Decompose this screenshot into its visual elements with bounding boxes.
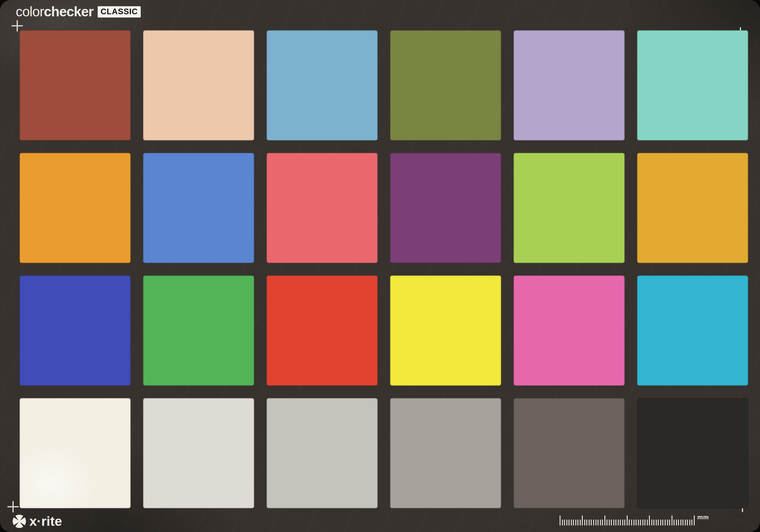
ruler-tick bbox=[687, 519, 688, 525]
patch-yellow-green bbox=[514, 153, 625, 263]
patch-cyan bbox=[637, 275, 748, 386]
patch-red bbox=[266, 275, 378, 386]
patch-neutral-3-5 bbox=[514, 398, 625, 508]
ruler-tick bbox=[694, 515, 695, 525]
patch-purple bbox=[390, 153, 501, 263]
ruler-tick bbox=[674, 519, 675, 525]
ruler-tick bbox=[642, 519, 643, 525]
patch-purplish-blue bbox=[143, 153, 254, 263]
patch-blue-flower bbox=[514, 30, 625, 140]
ruler-tick bbox=[660, 519, 661, 525]
colorchecker-logo: colorchecker CLASSIC bbox=[16, 4, 141, 20]
ruler-tick bbox=[562, 519, 563, 525]
xrite-wordmark: x·rite bbox=[29, 513, 62, 529]
ruler-tick bbox=[597, 519, 598, 525]
xrite-pinwheel-icon bbox=[13, 514, 26, 528]
mm-ruler: mm bbox=[560, 515, 695, 525]
ruler-tick bbox=[636, 519, 637, 525]
ruler-tick bbox=[658, 519, 659, 525]
ruler-tick bbox=[683, 519, 684, 525]
ruler-tick bbox=[669, 519, 670, 525]
ruler-tick bbox=[609, 519, 610, 525]
ruler-tick bbox=[582, 515, 583, 525]
ruler-tick bbox=[691, 519, 692, 525]
patch-blue bbox=[20, 275, 131, 386]
ruler-tick bbox=[649, 515, 650, 525]
classic-badge: CLASSIC bbox=[98, 6, 141, 18]
ruler-tick bbox=[591, 519, 592, 525]
ruler-tick bbox=[681, 519, 681, 525]
ruler-tick bbox=[629, 519, 630, 525]
patch-moderate-red bbox=[266, 153, 378, 263]
ruler-tick bbox=[604, 515, 605, 525]
ruler-tick bbox=[580, 519, 581, 525]
crosshair-bottom-left bbox=[7, 501, 19, 512]
ruler-tick bbox=[620, 519, 621, 525]
ruler-unit-label: mm bbox=[697, 513, 709, 521]
ruler-tick bbox=[606, 519, 607, 525]
ruler-tick bbox=[638, 519, 639, 525]
patch-orange-yellow bbox=[637, 153, 748, 263]
patch-grid bbox=[20, 30, 748, 508]
logo-text-checker: checker bbox=[44, 4, 94, 20]
ruler-tick bbox=[656, 519, 657, 525]
ruler-tick bbox=[611, 519, 612, 525]
ruler-tick bbox=[627, 515, 628, 525]
patch-orange bbox=[20, 153, 131, 263]
ruler-tick bbox=[569, 519, 569, 525]
ruler-tick bbox=[665, 519, 666, 525]
ruler-tick bbox=[573, 519, 574, 525]
ruler-tick bbox=[566, 519, 567, 525]
ruler-tick bbox=[653, 519, 654, 525]
patch-neutral-6-5 bbox=[266, 398, 378, 508]
logo-text-color: color bbox=[16, 4, 44, 20]
ruler-tick bbox=[564, 519, 565, 525]
ruler-tick bbox=[586, 519, 587, 525]
ruler-tick bbox=[600, 519, 601, 525]
ruler-tick bbox=[602, 519, 603, 525]
ruler-tick bbox=[613, 519, 614, 525]
ruler-tick bbox=[577, 519, 578, 525]
colorchecker-card: colorchecker CLASSIC x·rite mm bbox=[0, 0, 760, 532]
ruler-tick bbox=[676, 519, 677, 525]
ruler-tick bbox=[631, 519, 632, 525]
patch-neutral-5 bbox=[390, 398, 501, 508]
patch-dark-skin bbox=[20, 30, 131, 140]
ruler-tick bbox=[595, 519, 596, 525]
ruler-tick bbox=[647, 519, 648, 525]
ruler-tick bbox=[689, 519, 690, 525]
ruler-tick bbox=[571, 519, 572, 525]
patch-yellow bbox=[390, 275, 501, 386]
ruler-tick bbox=[593, 519, 594, 525]
ruler-tick bbox=[634, 519, 635, 525]
patch-foliage bbox=[390, 30, 501, 140]
ruler-tick bbox=[644, 519, 645, 525]
ruler-tick bbox=[662, 519, 663, 525]
ruler-tick bbox=[584, 519, 585, 525]
ruler-tick bbox=[589, 519, 590, 525]
patch-light-skin bbox=[143, 30, 254, 140]
patch-neutral-8 bbox=[143, 398, 254, 508]
patch-bluish-green bbox=[637, 30, 748, 140]
patch-green bbox=[143, 275, 254, 386]
ruler-tick bbox=[685, 519, 686, 525]
xrite-logo: x·rite bbox=[13, 513, 62, 529]
ruler-tick bbox=[618, 519, 619, 525]
ruler-tick bbox=[672, 515, 672, 525]
ruler-tick bbox=[651, 519, 652, 525]
ruler-tick bbox=[622, 519, 623, 525]
crosshair-top-left bbox=[12, 20, 23, 31]
ruler-tick bbox=[624, 519, 625, 525]
ruler-tick bbox=[615, 519, 616, 525]
ruler-tick bbox=[640, 519, 641, 525]
ruler-tick bbox=[575, 519, 576, 525]
patch-blue-sky bbox=[266, 30, 378, 140]
patch-black bbox=[637, 398, 748, 508]
ruler-tick bbox=[560, 515, 560, 525]
ruler-tick bbox=[667, 519, 668, 525]
ruler-tick bbox=[678, 519, 679, 525]
patch-white bbox=[20, 398, 131, 508]
patch-magenta bbox=[514, 275, 625, 386]
